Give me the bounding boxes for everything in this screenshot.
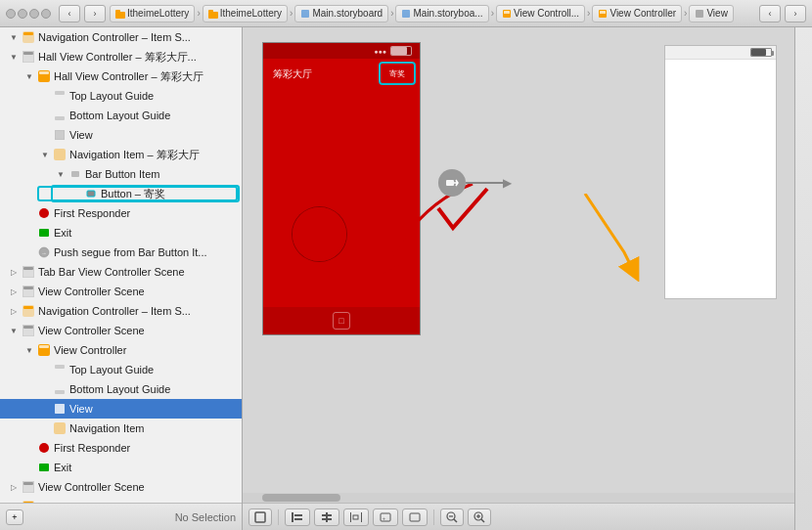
expand-arrow-vc2[interactable]: ▼ bbox=[23, 344, 35, 356]
orange-arrow-annotation bbox=[546, 194, 663, 282]
push-segue-row[interactable]: ▷ → Push segue from Bar Button It... bbox=[0, 243, 242, 262]
expand-arrow-vcs2[interactable]: ▼ bbox=[8, 325, 20, 336]
nav-item-hall-row[interactable]: ▼ Navigation Item – 筹彩大厅 bbox=[0, 145, 242, 164]
breadcrumb-item-6[interactable]: View Controller bbox=[592, 5, 682, 22]
vcs1-label: View Controller Scene bbox=[38, 286, 145, 297]
aspect-btn[interactable] bbox=[402, 508, 428, 526]
dot4 bbox=[41, 9, 51, 19]
top-layout2-row[interactable]: ▷ Top Layout Guide bbox=[0, 360, 242, 379]
zoom-in-btn[interactable] bbox=[468, 508, 491, 526]
breadcrumb-item-2[interactable]: ItheimeLottery bbox=[203, 5, 288, 22]
aspect-icon bbox=[408, 511, 422, 523]
distribute-btn[interactable] bbox=[343, 508, 369, 526]
top-layout-row[interactable]: ▷ Top Layout Guide bbox=[0, 86, 242, 106]
line bbox=[466, 182, 505, 184]
svg-rect-60 bbox=[410, 513, 420, 521]
nav-back-btn[interactable]: ‹ bbox=[759, 5, 781, 22]
breadcrumb-item-1[interactable]: ItheimeLottery bbox=[110, 5, 195, 22]
folder-icon bbox=[115, 9, 125, 19]
canvas-bottom-toolbar: + bbox=[243, 503, 794, 530]
vcs3-row[interactable]: ▷ View Controller Scene bbox=[0, 477, 242, 497]
bottom-layout2-label: Bottom Layout Guide bbox=[69, 383, 170, 395]
tab-bar-scene-row[interactable]: ▷ Tab Bar View Controller Scene bbox=[0, 262, 242, 282]
bar-btn-row[interactable]: ▼ Bar Button Item bbox=[0, 164, 242, 184]
expand-arrow-hall-ctrl[interactable]: ▼ bbox=[23, 70, 35, 82]
zoom-out-btn[interactable] bbox=[440, 508, 464, 526]
svg-rect-9 bbox=[600, 11, 606, 14]
expand-arrow-nc2[interactable]: ▷ bbox=[8, 305, 20, 317]
expand-arrow[interactable]: ▼ bbox=[8, 31, 20, 43]
vcs3-icon bbox=[22, 480, 35, 494]
svg-rect-17 bbox=[55, 91, 65, 95]
device-nav-title: 筹彩大厅 bbox=[273, 67, 312, 81]
layout2b-icon bbox=[53, 382, 67, 396]
expand-arrow-vcs1[interactable]: ▷ bbox=[8, 286, 20, 297]
h-scrollbar-thumb[interactable] bbox=[262, 494, 340, 502]
first-responder2-row[interactable]: ▷ First Responder bbox=[0, 438, 242, 458]
svg-rect-52 bbox=[326, 512, 328, 522]
nav-forward-btn[interactable]: › bbox=[785, 5, 806, 22]
button-icon bbox=[84, 187, 98, 200]
frame-btn[interactable] bbox=[248, 508, 272, 526]
hall-scene-row[interactable]: ▼ Hall View Controller – 筹彩大厅... bbox=[0, 47, 242, 66]
layout-icon-top bbox=[53, 89, 67, 103]
first-responder1-row[interactable]: ▷ First Responder bbox=[0, 203, 242, 223]
breadcrumb-item-7[interactable]: View bbox=[689, 5, 734, 22]
breadcrumb-item-3[interactable]: Main.storyboard bbox=[294, 5, 388, 22]
back-button[interactable]: ‹ bbox=[59, 5, 80, 22]
battery-fill bbox=[391, 47, 407, 55]
first-responder1-icon bbox=[37, 206, 51, 220]
bottom-layout2-row[interactable]: ▷ Bottom Layout Guide bbox=[0, 379, 242, 399]
nav-btn-text: 寄奖 bbox=[389, 68, 405, 79]
vcs2-row[interactable]: ▼ View Controller Scene bbox=[0, 321, 242, 340]
view2-row[interactable]: ▷ View bbox=[0, 399, 242, 419]
svg-rect-20 bbox=[54, 149, 66, 160]
align-left-btn[interactable] bbox=[285, 508, 310, 526]
expand-arrow-bar[interactable]: ▼ bbox=[55, 168, 67, 180]
hall-ctrl-icon bbox=[37, 69, 51, 83]
exit1-row[interactable]: ▷ Exit bbox=[0, 223, 242, 243]
push-segue-icon: → bbox=[37, 245, 51, 259]
sep1: › bbox=[197, 8, 200, 19]
view-ctrl-scene1-row[interactable]: ▷ View Controller Scene bbox=[0, 282, 242, 301]
h-scrollbar[interactable] bbox=[243, 493, 794, 503]
home-button: □ bbox=[333, 312, 350, 330]
svg-rect-50 bbox=[294, 514, 302, 516]
outline-panel: ▼ Navigation Controller – Item S... ▼ Ha… bbox=[0, 27, 243, 530]
add-btn[interactable]: + bbox=[6, 509, 23, 525]
breadcrumb-label-2: ItheimeLottery bbox=[220, 8, 282, 19]
forward-button[interactable]: › bbox=[84, 5, 106, 22]
hall-ctrl-row[interactable]: ▼ Hall View Controller – 筹彩大厅 bbox=[0, 66, 242, 86]
breadcrumb: ItheimeLottery › ItheimeLottery › Main.s… bbox=[110, 5, 755, 22]
bar-btn-label: Bar Button Item bbox=[85, 168, 159, 180]
view1-row[interactable]: ▷ View bbox=[0, 125, 242, 145]
svg-rect-40 bbox=[54, 422, 66, 434]
svg-rect-36 bbox=[39, 345, 49, 348]
view1-label: View bbox=[69, 129, 93, 141]
size-btn[interactable]: + bbox=[373, 508, 398, 526]
breadcrumb-item-5[interactable]: View Controll... bbox=[496, 5, 585, 22]
sep6: › bbox=[684, 8, 687, 19]
exit2-row[interactable]: ▷ Exit bbox=[0, 458, 242, 477]
dot3 bbox=[29, 9, 39, 19]
expand-arrow-nav[interactable]: ▼ bbox=[39, 149, 51, 160]
view-ctrl2-row[interactable]: ▼ View Controller bbox=[0, 340, 242, 360]
empty-device-screen bbox=[664, 45, 777, 299]
expand-arrow-vcs3[interactable]: ▷ bbox=[8, 481, 20, 493]
button-choujiang-row[interactable]: ▷ Button – 寄奖 bbox=[0, 184, 242, 203]
nav-item2-row[interactable]: ▷ Navigation Item bbox=[0, 419, 242, 438]
bottom-layout-row[interactable]: ▷ Bottom Layout Guide bbox=[0, 106, 242, 125]
align-center-btn[interactable] bbox=[314, 508, 339, 526]
vcs1-icon bbox=[22, 285, 35, 298]
nav-ctrl-item5-row[interactable]: ▼ Navigation Controller – Item S... bbox=[0, 27, 242, 47]
battery-icon bbox=[390, 46, 412, 56]
nav-ctrl-item5-row2[interactable]: ▷ Navigation Controller – Item S... bbox=[0, 301, 242, 321]
hall-ctrl-label: Hall View Controller – 筹彩大厅 bbox=[54, 69, 203, 84]
expand-arrow-hall[interactable]: ▼ bbox=[8, 51, 20, 63]
canvas-area: ●●● 筹彩大厅 寄奖 bbox=[243, 27, 794, 530]
breadcrumb-item-4[interactable]: Main.storyboa... bbox=[395, 5, 488, 22]
svg-rect-14 bbox=[23, 52, 33, 55]
expand-arrow-tab[interactable]: ▷ bbox=[8, 266, 20, 278]
storyboard-canvas[interactable]: ●●● 筹彩大厅 寄奖 bbox=[243, 27, 794, 530]
svg-rect-19 bbox=[55, 130, 65, 140]
